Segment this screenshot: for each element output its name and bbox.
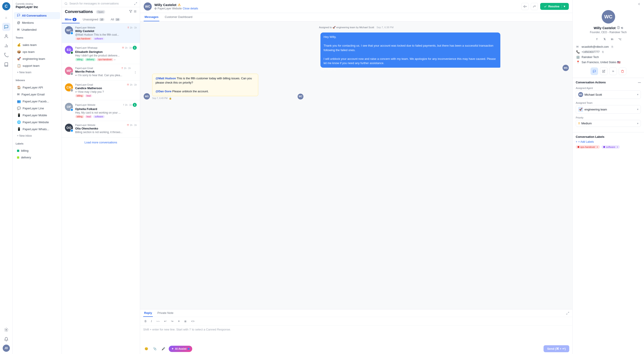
send-button[interactable]: Send (⌘ + ↵): [544, 345, 569, 352]
list-button[interactable]: ≡: [176, 319, 181, 323]
software-label-tag: software ×: [602, 145, 620, 149]
italic-button[interactable]: I: [150, 319, 153, 323]
more-options-icon[interactable]: ⋮: [134, 67, 137, 78]
more-tags[interactable]: ›: [114, 58, 115, 61]
sidebar-item-support-team[interactable]: 📋 support team: [14, 62, 60, 69]
nav-notifications[interactable]: [2, 335, 10, 343]
sidebar-item-ops-team[interactable]: 📦 ops team: [14, 48, 60, 55]
sidebar-item-mentions[interactable]: @ Mentions: [14, 19, 60, 26]
info-icon[interactable]: ⓘ: [617, 26, 620, 30]
reply-input[interactable]: Shift + enter for new line. Start with '…: [140, 325, 572, 343]
assigned-team-select[interactable]: 🚀 engineering team ▾: [576, 105, 641, 114]
nav-contacts[interactable]: [2, 32, 10, 40]
list-item[interactable]: CM ✉ PaperLayer Email !!! 1h · 1h Candic…: [62, 81, 140, 100]
search-expand-icon[interactable]: [134, 2, 137, 5]
assigned-agent-select[interactable]: MS Michael Scott ▾: [576, 90, 641, 99]
link-icon[interactable]: ⎋: [621, 26, 623, 30]
user-avatar[interactable]: JD: [3, 344, 10, 352]
attachment-button[interactable]: 📎: [152, 346, 158, 352]
edit-contact-button[interactable]: [600, 67, 608, 75]
sort-icon[interactable]: [134, 10, 137, 14]
sidebar-item-api[interactable]: 🏠 PaperLayer API: [14, 84, 60, 91]
conv-time: !!! 1h · 1h: [127, 83, 137, 86]
bold-button[interactable]: B: [143, 319, 148, 323]
merge-contact-button[interactable]: [609, 67, 617, 75]
linkedin-icon[interactable]: in: [610, 37, 615, 42]
conv-meta: PaperLayer Website ! 1h · 1h 1: [75, 103, 137, 107]
search-bar: [62, 0, 140, 7]
sidebar-item-billing[interactable]: billing: [14, 147, 60, 154]
resolve-button[interactable]: Resolve ▾: [540, 3, 569, 10]
sidebar-item-all-conversations[interactable]: All Conversations: [14, 12, 60, 19]
tab-all[interactable]: All 16: [108, 16, 124, 23]
list-item[interactable]: MP ✉ PaperLayer Email !! 1h · 1h Merrile…: [62, 64, 140, 81]
search-input[interactable]: [69, 2, 132, 5]
nav-knowledge[interactable]: [2, 61, 10, 69]
emoji-button[interactable]: 😊: [143, 346, 150, 352]
load-more-button[interactable]: Load more conversations: [62, 137, 140, 147]
sidebar-item-unattended[interactable]: ✉ Unattended: [14, 26, 60, 33]
sidebar-item-website[interactable]: 🌐 PaperLayer Website: [14, 119, 60, 125]
remove-ops-label[interactable]: ×: [596, 146, 598, 148]
undo-button[interactable]: ↩: [163, 319, 168, 323]
filter-icon[interactable]: [129, 10, 132, 14]
new-team-button[interactable]: + New team: [14, 69, 60, 76]
sidebar-item-facebook[interactable]: 👥 PaperLayer Faceb...: [14, 98, 60, 105]
github-icon[interactable]: ⌥: [617, 37, 622, 42]
private-note-tab[interactable]: Private Note: [156, 309, 174, 317]
code-button[interactable]: <>: [190, 319, 196, 323]
inboxes-section-title: Inboxes: [12, 77, 62, 82]
conversation-panel: Conversations Open Mine 6 Unassigned 10 …: [62, 0, 140, 354]
avatar: CM ✉: [65, 83, 73, 91]
delete-contact-button[interactable]: [619, 67, 626, 75]
sidebar-item-line[interactable]: 💬 PaperLayer Line: [14, 105, 60, 112]
tab-mine[interactable]: Mine 6: [62, 16, 80, 23]
tab-unassigned[interactable]: Unassigned 10: [80, 16, 108, 23]
remove-software-label[interactable]: ×: [617, 146, 618, 148]
audio-button[interactable]: 🎤: [160, 346, 166, 352]
message-avatar-right: WC: [298, 94, 304, 99]
nav-home[interactable]: ⌂: [2, 14, 10, 22]
list-item[interactable]: OO 🌐 PaperLayer Website !!! 1h · 1h Olia…: [62, 121, 140, 137]
collapse-actions-icon[interactable]: —: [638, 81, 641, 84]
close-details-link[interactable]: Close details: [183, 7, 198, 10]
nav-broadcast[interactable]: [2, 51, 10, 59]
copy-email-icon[interactable]: ⎘: [612, 45, 613, 48]
reply-tab[interactable]: Reply: [143, 309, 153, 317]
sidebar-item-delivery[interactable]: delivery: [14, 154, 60, 161]
nav-reports[interactable]: [2, 42, 10, 50]
forward-button[interactable]: [531, 3, 538, 10]
mute-button[interactable]: [522, 3, 528, 10]
expand-icon[interactable]: [566, 309, 569, 317]
new-message-button[interactable]: [590, 67, 598, 75]
copy-phone-icon[interactable]: ⎘: [602, 50, 604, 54]
svg-point-5: [65, 2, 67, 4]
new-inbox-button[interactable]: + New inbox: [14, 133, 60, 139]
collapse-icon[interactable]: [637, 2, 641, 7]
sidebar-item-email[interactable]: ✉ PaperLayer Email: [14, 91, 60, 98]
list-item[interactable]: OF 🌐 PaperLayer Website ! 1h · 1h 1 Ophe…: [62, 100, 140, 121]
nav-chat[interactable]: [2, 23, 10, 31]
sidebar-item-whatsapp[interactable]: 📱 PaperLayer Whats...: [14, 126, 60, 132]
ordered-list-button[interactable]: ≣: [183, 319, 188, 323]
ops-team-icon: 📦: [17, 50, 21, 54]
mentions-label: Mentions: [22, 21, 34, 25]
sidebar-item-sales-team[interactable]: 💰 sales team: [14, 42, 60, 48]
priority-select[interactable]: !! Medium ▾: [576, 120, 641, 127]
list-item[interactable]: ED 📱 PaperLayer Whatsapp !!! 1h · 1h 1 E…: [62, 43, 140, 64]
add-label-button[interactable]: + + Add Labels: [576, 140, 641, 143]
list-item[interactable]: WC 🌐 PaperLayer Website !! 1h · 1h Willy…: [62, 24, 140, 43]
message-bubble-wrap: MS @Matt Hudson This is the fifth custom…: [144, 74, 569, 99]
strikethrough-button[interactable]: ~~: [155, 319, 161, 323]
sidebar-item-engineering-team[interactable]: 🚀 engineering team: [14, 55, 60, 62]
resolve-dropdown-icon[interactable]: ▾: [562, 5, 565, 8]
facebook-icon[interactable]: f: [594, 37, 600, 42]
nav-settings[interactable]: [2, 326, 10, 334]
tab-messages[interactable]: Messages: [144, 13, 159, 21]
tab-customer-dashboard[interactable]: Customer Dashboard: [164, 13, 193, 21]
sidebar-item-mobile[interactable]: 📱 PaperLayer Mobile: [14, 112, 60, 118]
ai-assist-button[interactable]: ✦ AI Assist: [169, 346, 192, 352]
redo-button[interactable]: ↪: [170, 319, 175, 323]
labels-list: billing delivery: [12, 146, 62, 162]
twitter-icon[interactable]: 𝕏: [602, 37, 607, 42]
